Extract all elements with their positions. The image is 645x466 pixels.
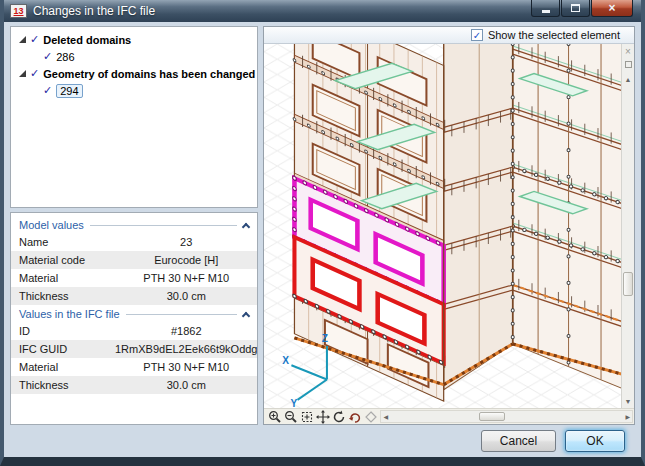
property-value: 30.0 cm [115,290,257,302]
viewport-header: Show the selected element [264,27,634,44]
section-title: Values in the IFC file [19,308,120,320]
tree-item-deleted-domains[interactable]: Deleted domains [13,31,255,48]
zoom-extents-button[interactable] [299,410,314,424]
collapse-chevron-icon[interactable] [242,311,250,319]
property-value: Eurocode [H] [115,254,257,266]
checkmark-icon[interactable] [30,67,39,80]
property-label: IFC GUID [11,343,115,355]
minimize-icon [542,10,550,13]
axis-label-z: Z [322,333,328,344]
viewport-panel: Show the selected element [263,26,635,425]
show-selected-label: Show the selected element [488,29,620,41]
property-value: #1862 [115,325,257,337]
building-model-view: X Y Z [264,44,634,408]
property-value: PTH 30 N+F M10 [115,272,257,284]
tree-item-label-selected: 294 [56,84,82,98]
titlebar[interactable]: 13 Changes in the IFC file × [4,0,641,22]
property-label: Material [11,361,115,373]
property-label: Name [11,236,115,248]
dialog-window: 13 Changes in the IFC file × Deleted dom… [0,0,645,466]
expander-icon[interactable] [19,70,26,77]
tree-item-geometry-changed[interactable]: Geometry of domains has been changed [13,65,255,82]
minimize-button[interactable] [531,0,560,17]
viewport-toolbar: ◀ ▶ [264,408,634,424]
perspective-button[interactable] [363,410,378,424]
divider [90,225,238,226]
section-title: Model values [19,219,84,231]
maximize-icon [571,4,580,12]
tree-item-label: 286 [56,51,74,63]
tree-item-286[interactable]: 286 [13,48,255,65]
property-row: MaterialPTH 30 N+F M10 [11,269,257,287]
app-icon: 13 [10,4,27,18]
scroll-down-button[interactable]: ▼ [625,398,632,405]
collapse-chevron-icon[interactable] [242,222,250,230]
axis-label-y: Y [291,398,298,408]
checkmark-icon[interactable] [30,33,39,46]
zoom-in-button[interactable] [267,410,282,424]
vertical-scrollbar[interactable]: × ▲ ▼ [621,44,634,408]
property-row: MaterialPTH 30 N+F M10 [11,358,257,376]
horizontal-scrollbar[interactable]: ◀ ▶ [380,410,633,423]
tree-item-label: Geometry of domains has been changed [43,68,255,80]
close-icon: × [608,1,615,15]
zoom-out-button[interactable] [283,410,298,424]
section-header-ifc-values: Values in the IFC file [11,305,257,322]
property-label: ID [11,325,115,337]
property-label: Thickness [11,290,115,302]
close-button[interactable]: × [591,0,633,17]
property-row: Material codeEurocode [H] [11,251,257,269]
properties-panel: Model values Name23 Material codeEurocod… [10,212,258,425]
property-label: Material code [11,254,115,266]
vertical-scroll-track[interactable] [622,83,634,398]
view-restore-icon[interactable] [625,61,632,68]
expander-icon[interactable] [19,36,26,43]
horizontal-scroll-track[interactable] [390,411,623,422]
checkmark-icon[interactable] [43,84,52,97]
property-row: Name23 [11,233,257,251]
pan-button[interactable] [315,410,330,424]
maximize-button[interactable] [561,0,590,17]
window-title: Changes in the IFC file [33,4,155,18]
scroll-right-button[interactable]: ▶ [623,413,632,420]
tree-item-294[interactable]: 294 [13,82,255,99]
property-value: 23 [115,236,257,248]
property-label: Material [11,272,115,284]
view-close-icon[interactable]: × [625,47,631,57]
axis-label-x: X [283,355,290,366]
3d-canvas[interactable]: X Y Z × ▲ ▼ [264,44,634,408]
property-row: Thickness30.0 cm [11,376,257,394]
property-value: 1RmXB9dEL2Eek66t9kOddg [115,343,257,355]
previous-view-button[interactable] [347,410,362,424]
scroll-left-button[interactable]: ◀ [381,413,390,420]
rotate-button[interactable] [331,410,346,424]
divider [126,314,238,315]
vertical-scroll-thumb[interactable] [623,272,633,296]
show-selected-checkbox[interactable] [471,29,483,41]
property-value: PTH 30 N+F M10 [115,361,257,373]
cancel-button[interactable]: Cancel [481,430,556,452]
property-value: 30.0 cm [115,379,257,391]
section-header-model-values: Model values [11,216,257,233]
horizontal-scroll-thumb[interactable] [479,412,505,421]
property-row: IFC GUID1RmXB9dEL2Eek66t9kOddg [11,340,257,358]
dialog-footer: Cancel OK [10,425,635,457]
property-row: ID#1862 [11,322,257,340]
property-row: Thickness30.0 cm [11,287,257,305]
scroll-up-button[interactable]: ▲ [625,76,632,83]
property-label: Thickness [11,379,115,391]
ok-button[interactable]: OK [565,430,625,452]
checkmark-icon[interactable] [43,50,52,63]
tree-item-label: Deleted domains [43,34,131,46]
changes-tree: Deleted domains 286 Geometry of domains … [10,26,258,208]
